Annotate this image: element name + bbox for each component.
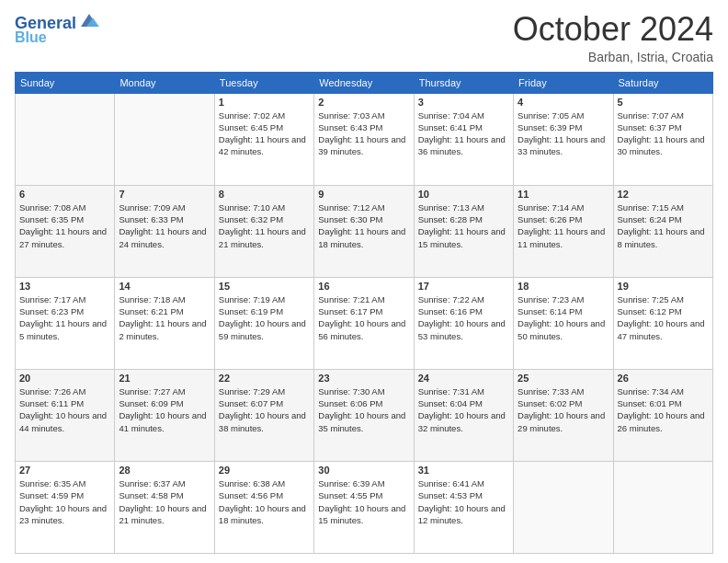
calendar-header-row: Sunday Monday Tuesday Wednesday Thursday…: [16, 72, 713, 93]
calendar-cell-0-0: [16, 93, 115, 185]
sunrise-text: Sunrise: 7:19 AM: [219, 293, 310, 305]
daylight-text: Daylight: 11 hours and 42 minutes.: [219, 133, 310, 158]
day-info: Sunrise: 7:02 AMSunset: 6:45 PMDaylight:…: [219, 109, 310, 158]
day-info: Sunrise: 7:13 AMSunset: 6:28 PMDaylight:…: [418, 201, 509, 250]
sunset-text: Sunset: 6:24 PM: [618, 213, 709, 225]
day-info: Sunrise: 7:23 AMSunset: 6:14 PMDaylight:…: [518, 293, 609, 342]
sunset-text: Sunset: 6:23 PM: [19, 305, 110, 317]
day-number: 1: [219, 97, 310, 108]
day-info: Sunrise: 7:21 AMSunset: 6:17 PMDaylight:…: [318, 293, 409, 342]
sunset-text: Sunset: 6:16 PM: [418, 305, 509, 317]
sunset-text: Sunset: 6:41 PM: [418, 121, 509, 133]
calendar-cell-3-6: 26Sunrise: 7:34 AMSunset: 6:01 PMDayligh…: [613, 369, 712, 461]
calendar-cell-2-6: 19Sunrise: 7:25 AMSunset: 6:12 PMDayligh…: [613, 277, 712, 369]
week-row-5: 27Sunrise: 6:35 AMSunset: 4:59 PMDayligh…: [16, 461, 713, 553]
sunset-text: Sunset: 6:21 PM: [119, 305, 210, 317]
sunrise-text: Sunrise: 7:03 AM: [318, 109, 409, 121]
calendar-cell-3-5: 25Sunrise: 7:33 AMSunset: 6:02 PMDayligh…: [514, 369, 613, 461]
day-info: Sunrise: 7:07 AMSunset: 6:37 PMDaylight:…: [618, 109, 709, 158]
sunrise-text: Sunrise: 6:39 AM: [318, 477, 409, 489]
sunrise-text: Sunrise: 7:33 AM: [518, 385, 609, 397]
day-info: Sunrise: 7:27 AMSunset: 6:09 PMDaylight:…: [119, 385, 210, 434]
sunset-text: Sunset: 6:09 PM: [119, 397, 210, 409]
day-number: 15: [219, 281, 310, 292]
sunrise-text: Sunrise: 7:09 AM: [119, 201, 210, 213]
daylight-text: Daylight: 11 hours and 24 minutes.: [119, 225, 210, 250]
col-tuesday: Tuesday: [214, 72, 313, 93]
day-number: 9: [318, 189, 409, 200]
day-info: Sunrise: 7:10 AMSunset: 6:32 PMDaylight:…: [219, 201, 310, 250]
calendar-cell-1-1: 7Sunrise: 7:09 AMSunset: 6:33 PMDaylight…: [115, 185, 214, 277]
calendar-cell-4-6: [613, 461, 712, 553]
calendar-cell-4-1: 28Sunrise: 6:37 AMSunset: 4:58 PMDayligh…: [115, 461, 214, 553]
sunset-text: Sunset: 6:19 PM: [219, 305, 310, 317]
day-number: 29: [219, 465, 310, 476]
sunrise-text: Sunrise: 7:21 AM: [318, 293, 409, 305]
day-info: Sunrise: 7:04 AMSunset: 6:41 PMDaylight:…: [418, 109, 509, 158]
sunrise-text: Sunrise: 7:22 AM: [418, 293, 509, 305]
location: Barban, Istria, Croatia: [513, 50, 713, 64]
day-info: Sunrise: 6:38 AMSunset: 4:56 PMDaylight:…: [219, 477, 310, 526]
day-info: Sunrise: 7:08 AMSunset: 6:35 PMDaylight:…: [19, 201, 110, 250]
day-number: 14: [119, 281, 210, 292]
sunrise-text: Sunrise: 7:30 AM: [318, 385, 409, 397]
sunset-text: Sunset: 6:06 PM: [318, 397, 409, 409]
sunset-text: Sunset: 6:01 PM: [618, 397, 709, 409]
sunrise-text: Sunrise: 7:08 AM: [19, 201, 110, 213]
sunrise-text: Sunrise: 6:41 AM: [418, 477, 509, 489]
calendar-cell-4-4: 31Sunrise: 6:41 AMSunset: 4:53 PMDayligh…: [414, 461, 513, 553]
daylight-text: Daylight: 10 hours and 38 minutes.: [219, 409, 310, 434]
day-number: 3: [418, 97, 509, 108]
week-row-3: 13Sunrise: 7:17 AMSunset: 6:23 PMDayligh…: [16, 277, 713, 369]
header: General Blue October 2024 Barban, Istria…: [15, 11, 713, 64]
sunrise-text: Sunrise: 6:35 AM: [19, 477, 110, 489]
daylight-text: Daylight: 10 hours and 44 minutes.: [19, 409, 110, 434]
sunset-text: Sunset: 6:02 PM: [518, 397, 609, 409]
sunset-text: Sunset: 6:07 PM: [219, 397, 310, 409]
col-thursday: Thursday: [414, 72, 513, 93]
daylight-text: Daylight: 11 hours and 18 minutes.: [318, 225, 409, 250]
daylight-text: Daylight: 10 hours and 21 minutes.: [119, 502, 210, 527]
sunrise-text: Sunrise: 7:17 AM: [19, 293, 110, 305]
day-info: Sunrise: 7:17 AMSunset: 6:23 PMDaylight:…: [19, 293, 110, 342]
col-saturday: Saturday: [613, 72, 712, 93]
sunset-text: Sunset: 6:17 PM: [318, 305, 409, 317]
day-info: Sunrise: 7:33 AMSunset: 6:02 PMDaylight:…: [518, 385, 609, 434]
calendar-cell-0-4: 3Sunrise: 7:04 AMSunset: 6:41 PMDaylight…: [414, 93, 513, 185]
sunset-text: Sunset: 6:30 PM: [318, 213, 409, 225]
calendar-cell-3-1: 21Sunrise: 7:27 AMSunset: 6:09 PMDayligh…: [115, 369, 214, 461]
sunrise-text: Sunrise: 7:31 AM: [418, 385, 509, 397]
day-number: 2: [318, 97, 409, 108]
day-number: 6: [19, 189, 110, 200]
day-number: 17: [418, 281, 509, 292]
sunrise-text: Sunrise: 7:04 AM: [418, 109, 509, 121]
calendar-cell-1-6: 12Sunrise: 7:15 AMSunset: 6:24 PMDayligh…: [613, 185, 712, 277]
day-info: Sunrise: 6:37 AMSunset: 4:58 PMDaylight:…: [119, 477, 210, 526]
sunrise-text: Sunrise: 7:26 AM: [19, 385, 110, 397]
sunrise-text: Sunrise: 7:25 AM: [618, 293, 709, 305]
week-row-4: 20Sunrise: 7:26 AMSunset: 6:11 PMDayligh…: [16, 369, 713, 461]
daylight-text: Daylight: 10 hours and 32 minutes.: [418, 409, 509, 434]
day-info: Sunrise: 7:12 AMSunset: 6:30 PMDaylight:…: [318, 201, 409, 250]
sunset-text: Sunset: 6:43 PM: [318, 121, 409, 133]
calendar-cell-3-4: 24Sunrise: 7:31 AMSunset: 6:04 PMDayligh…: [414, 369, 513, 461]
day-info: Sunrise: 7:19 AMSunset: 6:19 PMDaylight:…: [219, 293, 310, 342]
sunset-text: Sunset: 4:59 PM: [19, 489, 110, 501]
week-row-1: 1Sunrise: 7:02 AMSunset: 6:45 PMDaylight…: [16, 93, 713, 185]
calendar-cell-1-0: 6Sunrise: 7:08 AMSunset: 6:35 PMDaylight…: [16, 185, 115, 277]
daylight-text: Daylight: 11 hours and 2 minutes.: [119, 317, 210, 342]
daylight-text: Daylight: 10 hours and 29 minutes.: [518, 409, 609, 434]
week-row-2: 6Sunrise: 7:08 AMSunset: 6:35 PMDaylight…: [16, 185, 713, 277]
daylight-text: Daylight: 11 hours and 33 minutes.: [518, 133, 609, 158]
sunset-text: Sunset: 6:39 PM: [518, 121, 609, 133]
day-info: Sunrise: 6:35 AMSunset: 4:59 PMDaylight:…: [19, 477, 110, 526]
day-number: 27: [19, 465, 110, 476]
daylight-text: Daylight: 11 hours and 11 minutes.: [518, 225, 609, 250]
calendar-cell-4-3: 30Sunrise: 6:39 AMSunset: 4:55 PMDayligh…: [314, 461, 414, 553]
calendar-cell-2-3: 16Sunrise: 7:21 AMSunset: 6:17 PMDayligh…: [314, 277, 414, 369]
daylight-text: Daylight: 11 hours and 27 minutes.: [19, 225, 110, 250]
day-number: 20: [19, 373, 110, 384]
sunrise-text: Sunrise: 7:18 AM: [119, 293, 210, 305]
calendar-cell-1-2: 8Sunrise: 7:10 AMSunset: 6:32 PMDaylight…: [214, 185, 313, 277]
sunrise-text: Sunrise: 7:13 AM: [418, 201, 509, 213]
